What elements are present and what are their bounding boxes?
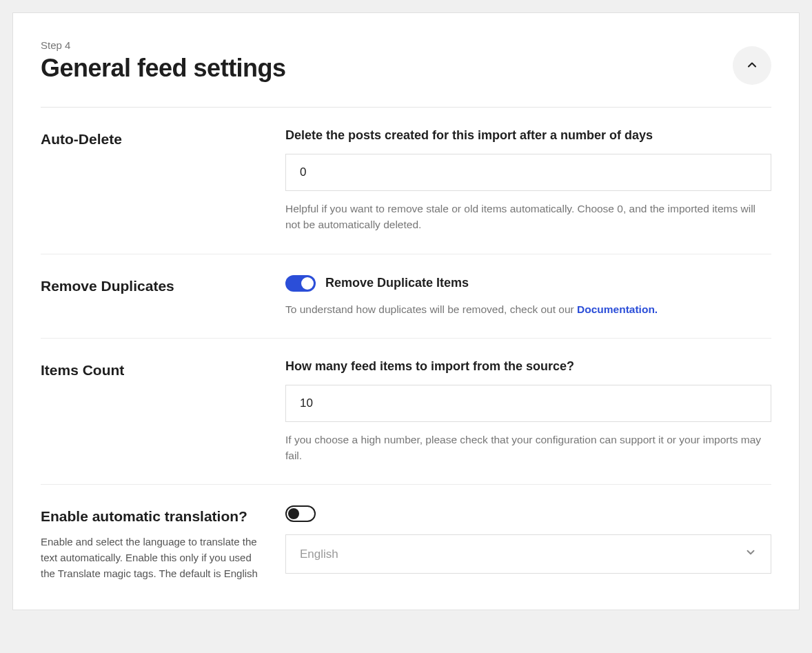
auto-delete-heading: Delete the posts created for this import… <box>285 128 771 143</box>
remove-duplicates-toggle-label: Remove Duplicate Items <box>325 276 469 290</box>
setting-row-items-count: Items Count How many feed items to impor… <box>41 339 771 485</box>
setting-row-remove-duplicates: Remove Duplicates Remove Duplicate Items… <box>41 254 771 339</box>
toggle-row: Remove Duplicate Items <box>285 275 771 292</box>
setting-row-auto-delete: Auto-Delete Delete the posts created for… <box>41 108 771 254</box>
panel-header: Step 4 General feed settings <box>41 39 771 108</box>
toggle-knob <box>301 277 314 290</box>
translation-toggle[interactable] <box>285 505 316 522</box>
toggle-row <box>285 505 771 522</box>
language-select-wrap: English <box>285 534 771 574</box>
items-count-help: If you choose a high number, please chec… <box>285 432 771 464</box>
items-count-label: Items Count <box>41 359 265 382</box>
setting-right: Remove Duplicate Items To understand how… <box>285 275 771 317</box>
setting-left: Auto-Delete <box>41 128 285 233</box>
remove-duplicates-label: Remove Duplicates <box>41 275 265 298</box>
setting-right: How many feed items to import from the s… <box>285 359 771 464</box>
setting-right: English <box>285 505 771 581</box>
setting-left: Items Count <box>41 359 285 464</box>
panel-title: General feed settings <box>41 54 286 83</box>
step-label: Step 4 <box>41 39 286 51</box>
language-select[interactable]: English <box>285 534 771 574</box>
documentation-link[interactable]: Documentation. <box>577 303 658 315</box>
items-count-input[interactable] <box>285 385 771 422</box>
remove-duplicates-help: To understand how duplicates will be rem… <box>285 301 771 317</box>
toggle-knob <box>288 508 299 519</box>
setting-right: Delete the posts created for this import… <box>285 128 771 233</box>
settings-panel: Step 4 General feed settings Auto-Delete… <box>12 12 800 610</box>
setting-left: Enable automatic translation? Enable and… <box>41 505 285 581</box>
collapse-button[interactable] <box>733 46 771 85</box>
help-prefix: To understand how duplicates will be rem… <box>285 303 577 315</box>
translation-sublabel: Enable and select the language to transl… <box>41 534 265 582</box>
items-count-heading: How many feed items to import from the s… <box>285 359 771 374</box>
auto-delete-label: Auto-Delete <box>41 128 265 151</box>
remove-duplicates-toggle[interactable] <box>285 275 316 292</box>
setting-left: Remove Duplicates <box>41 275 285 317</box>
panel-header-text: Step 4 General feed settings <box>41 39 286 83</box>
language-select-value: English <box>300 547 338 561</box>
auto-delete-input[interactable] <box>285 154 771 191</box>
auto-delete-help: Helpful if you want to remove stale or o… <box>285 201 771 233</box>
chevron-down-icon <box>744 546 757 562</box>
chevron-up-icon <box>745 58 759 74</box>
setting-row-translation: Enable automatic translation? Enable and… <box>41 485 771 581</box>
translation-label: Enable automatic translation? <box>41 505 265 528</box>
